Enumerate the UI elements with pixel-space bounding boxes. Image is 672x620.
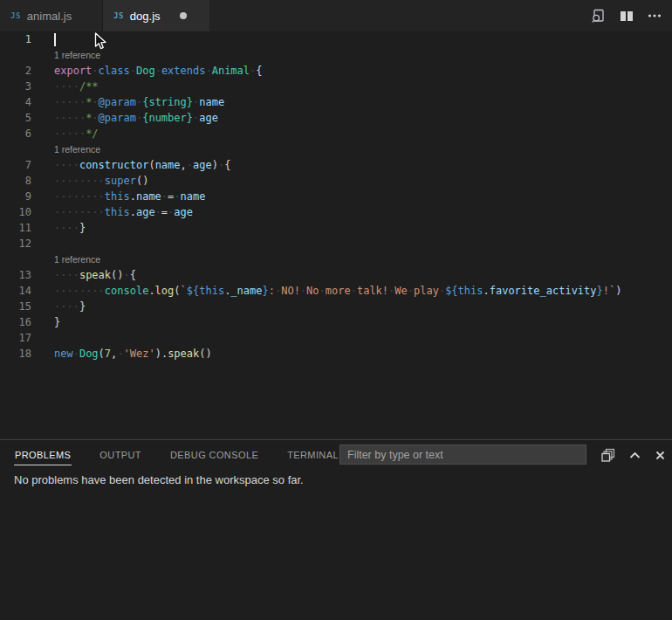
line-number[interactable]: 5 (0, 110, 31, 126)
code-text: new·Dog(7,·'Wez').speak() (54, 346, 212, 362)
editor-actions (591, 0, 672, 31)
code-line[interactable]: 9········this.name·=·name (0, 189, 672, 204)
code-line[interactable]: 14········console.log(`${this._name}:·NO… (0, 283, 672, 299)
code-text: ········this.name·=·name (54, 189, 205, 204)
text-cursor (54, 33, 56, 46)
collapse-all-icon[interactable] (601, 448, 615, 462)
code-line[interactable]: 8········super() (0, 173, 672, 189)
line-number[interactable]: 2 (0, 63, 31, 79)
tab-animal-js[interactable]: JS animal.js (0, 0, 103, 31)
modified-dot-icon[interactable] (180, 12, 187, 19)
code-line[interactable]: 13····speak()·{ (0, 267, 672, 283)
tab-label: dog.js (130, 10, 161, 23)
panel-tab-terminal[interactable]: TERMINAL (286, 444, 339, 465)
line-number[interactable]: 11 (0, 220, 31, 236)
code-line[interactable]: 4·····*·@param·{string}·name (0, 94, 672, 110)
close-panel-icon[interactable] (655, 450, 666, 461)
js-file-icon: JS (113, 11, 124, 20)
line-number[interactable]: 10 (0, 204, 31, 220)
panel-header: PROBLEMS OUTPUT DEBUG CONSOLE TERMINAL (0, 440, 672, 469)
line-number[interactable]: 1 (0, 31, 31, 47)
line-number[interactable]: 9 (0, 189, 31, 204)
code-text: ·····*·@param·{number}·age (54, 110, 218, 126)
panel-tab-debug-console[interactable]: DEBUG CONSOLE (169, 444, 259, 465)
panel-tab-output[interactable]: OUTPUT (99, 444, 142, 465)
search-file-icon[interactable] (591, 9, 606, 24)
code-line[interactable]: 5·····*·@param·{number}·age (0, 110, 672, 126)
vscode-window: JS animal.js JS dog.js (0, 0, 672, 620)
panel-tab-problems[interactable]: PROBLEMS (14, 444, 72, 465)
line-number[interactable]: 6 (0, 126, 31, 141)
line-number[interactable]: 8 (0, 173, 31, 189)
code-text: ····speak()·{ (54, 267, 136, 283)
editor-tab-bar: JS animal.js JS dog.js (0, 0, 672, 31)
code-text: ····/** (54, 79, 99, 94)
code-line[interactable]: 1 (0, 31, 672, 47)
tab-dog-js[interactable]: JS dog.js (103, 0, 209, 31)
line-number[interactable]: 13 (0, 267, 31, 283)
code-editor[interactable]: 11 reference2export·class·Dog·extends·An… (0, 31, 672, 439)
code-line[interactable]: 11····} (0, 220, 672, 236)
line-number[interactable]: 7 (0, 157, 31, 173)
split-editor-icon[interactable] (620, 10, 634, 23)
bottom-panel: PROBLEMS OUTPUT DEBUG CONSOLE TERMINAL (0, 439, 672, 620)
codelens-reference[interactable]: 1 reference (0, 251, 672, 267)
code-text: ·····*·@param·{string}·name (54, 94, 224, 110)
line-number[interactable]: 16 (0, 314, 31, 330)
js-file-icon: JS (10, 11, 21, 20)
code-line[interactable]: 18new·Dog(7,·'Wez').speak() (0, 346, 672, 362)
code-line[interactable]: 10········this.age·=·age (0, 204, 672, 220)
code-line[interactable]: 2export·class·Dog·extends·Animal·{ (0, 63, 672, 79)
codelens-reference[interactable]: 1 reference (0, 141, 672, 157)
line-number[interactable]: 15 (0, 299, 31, 314)
panel-actions (601, 448, 666, 462)
line-number[interactable]: 4 (0, 94, 31, 110)
line-number[interactable]: 18 (0, 346, 31, 362)
code-line[interactable]: 3····/** (0, 79, 672, 94)
code-line[interactable]: 6·····*/ (0, 126, 672, 141)
code-text: ····} (54, 299, 86, 314)
code-line[interactable]: 17 (0, 330, 672, 346)
code-line[interactable]: 16} (0, 314, 672, 330)
code-text: } (54, 314, 60, 330)
code-text: ········super() (54, 173, 148, 189)
code-text: ····} (54, 220, 86, 236)
problems-filter-input[interactable] (339, 444, 586, 465)
code-text: ········console.log(`${this._name}:·NO!·… (54, 283, 621, 299)
problems-message: No problems have been detected in the wo… (14, 473, 672, 486)
code-text: ·····*/ (54, 126, 99, 141)
tab-label: animal.js (27, 10, 72, 23)
line-number[interactable]: 14 (0, 283, 31, 299)
line-number[interactable]: 17 (0, 330, 31, 346)
line-number[interactable]: 12 (0, 236, 31, 251)
code-text: ····constructor(name,·age)·{ (54, 157, 230, 173)
code-line[interactable]: 12 (0, 236, 672, 251)
tab-bar-spacer (209, 0, 591, 31)
code-line[interactable]: 7····constructor(name,·age)·{ (0, 157, 672, 173)
codelens-reference[interactable]: 1 reference (0, 47, 672, 63)
maximize-panel-icon[interactable] (628, 450, 641, 461)
more-actions-icon[interactable] (648, 9, 662, 23)
code-line[interactable]: 15····} (0, 299, 672, 314)
line-number[interactable]: 3 (0, 79, 31, 94)
code-text: export·class·Dog·extends·Animal·{ (54, 63, 263, 79)
code-text: ········this.age·=·age (54, 204, 193, 220)
